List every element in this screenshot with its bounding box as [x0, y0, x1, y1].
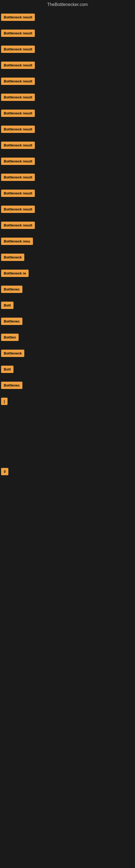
- list-item: [1, 455, 135, 466]
- list-item: Bottlen: [1, 332, 135, 347]
- bottleneck-badge[interactable]: Bottleneck resu: [1, 238, 33, 245]
- bottleneck-badge[interactable]: Bottlen: [1, 334, 18, 341]
- list-item: Bottleneck re: [1, 268, 135, 283]
- bottleneck-badge[interactable]: Bottleneck result: [1, 142, 35, 149]
- list-item: [1, 444, 135, 455]
- list-item: Bottlenec: [1, 315, 135, 332]
- list-item: Bottleneck result: [1, 107, 135, 123]
- list-item: Bottleneck result: [1, 140, 135, 155]
- bottleneck-badge[interactable]: Bott: [1, 302, 13, 309]
- bottleneck-badge[interactable]: Bottleneck result: [1, 222, 35, 229]
- bottleneck-badge[interactable]: Bottleneck: [1, 350, 24, 357]
- bottleneck-badge[interactable]: Bottleneck result: [1, 126, 35, 133]
- bottleneck-badge[interactable]: Bottleneck result: [1, 30, 35, 37]
- list-item: Bottleneck result: [1, 43, 135, 59]
- list-item: [1, 422, 135, 433]
- list-item: [1, 482, 135, 493]
- list-item: [1, 525, 135, 536]
- bottleneck-badge[interactable]: Bottleneck result: [1, 206, 35, 213]
- bottleneck-badge[interactable]: Bottleneck result: [1, 78, 35, 85]
- bottleneck-badge[interactable]: Bottleneck result: [1, 62, 35, 69]
- list-item: Bottleneck result: [1, 155, 135, 172]
- list-item: Bottleneck result: [1, 204, 135, 219]
- list-item: Bottlenec: [1, 283, 135, 300]
- list-item: Bottleneck result: [1, 219, 135, 236]
- list-item: Bottleneck: [1, 347, 135, 364]
- list-item: [1, 493, 135, 503]
- bottleneck-badge[interactable]: Bottleneck result: [1, 13, 35, 21]
- bottleneck-badge[interactable]: |: [1, 398, 8, 405]
- list-item: [1, 433, 135, 444]
- list-item: Bottleneck result: [1, 59, 135, 75]
- items-container: Bottleneck resultBottleneck resultBottle…: [0, 10, 135, 536]
- bottleneck-badge[interactable]: Bottlenec: [1, 318, 22, 325]
- list-item: [1, 503, 135, 514]
- bottleneck-badge[interactable]: Bottleneck result: [1, 94, 35, 101]
- list-item: |: [1, 396, 135, 411]
- bottleneck-badge[interactable]: 0: [1, 468, 8, 475]
- list-item: [1, 514, 135, 525]
- bottleneck-badge[interactable]: Bottleneck result: [1, 110, 35, 117]
- bottleneck-badge[interactable]: Bottleneck re: [1, 270, 29, 277]
- bottleneck-badge[interactable]: Bottleneck: [1, 254, 24, 261]
- list-item: Bottleneck result: [1, 123, 135, 140]
- list-item: [1, 411, 135, 422]
- list-item: Bott: [1, 364, 135, 379]
- list-item: Bottleneck result: [1, 75, 135, 91]
- list-item: Bottleneck result: [1, 187, 135, 204]
- bottleneck-badge[interactable]: Bottlenec: [1, 286, 22, 293]
- list-item: Bottleneck result: [1, 11, 135, 27]
- bottleneck-badge[interactable]: Bottleneck result: [1, 190, 35, 197]
- list-item: 0: [1, 466, 135, 482]
- site-title: TheBottlenecker.com: [0, 0, 135, 10]
- bottleneck-badge[interactable]: Bottleneck result: [1, 45, 35, 53]
- list-item: Bottleneck: [1, 251, 135, 268]
- list-item: Bottleneck resu: [1, 236, 135, 251]
- bottleneck-badge[interactable]: Bottleneck result: [1, 158, 35, 165]
- list-item: Bottleneck result: [1, 27, 135, 43]
- bottleneck-badge[interactable]: Bott: [1, 366, 13, 373]
- list-item: Bottleneck result: [1, 91, 135, 107]
- bottleneck-badge[interactable]: Bottlenec: [1, 382, 22, 389]
- list-item: Bott: [1, 300, 135, 315]
- list-item: Bottleneck result: [1, 172, 135, 187]
- bottleneck-badge[interactable]: Bottleneck result: [1, 174, 35, 181]
- list-item: Bottlenec: [1, 379, 135, 396]
